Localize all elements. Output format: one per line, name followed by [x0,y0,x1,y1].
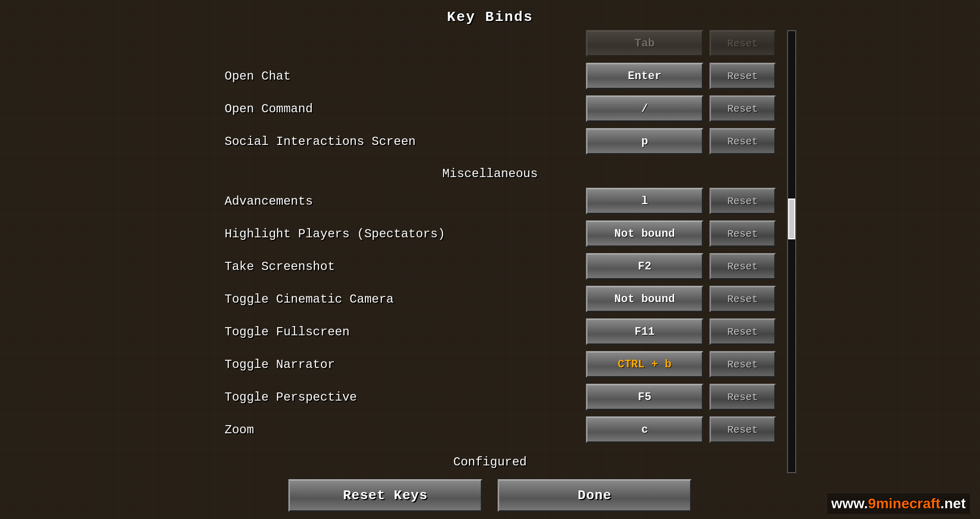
toggle-cinematic-label: Toggle Cinematic Camera [184,292,586,306]
row-open-command: Open Command / Reset [184,92,796,125]
zoom-key-button[interactable]: c [586,416,703,443]
watermark: www.9minecraft.net [827,493,970,514]
row-highlight-players: Highlight Players (Spectators) Not bound… [184,217,796,250]
page-title: Key Binds [447,9,533,25]
keybinds-list: Tab Reset Open Chat Enter Reset Open Com… [184,30,796,473]
open-chat-key-button[interactable]: Enter [586,63,703,89]
open-command-reset-button[interactable]: Reset [709,95,776,122]
social-interactions-reset-button[interactable]: Reset [709,128,776,155]
toggle-narrator-key-button[interactable]: CTRL + b [586,351,703,378]
take-screenshot-key-button[interactable]: F2 [586,253,703,280]
open-chat-label: Open Chat [184,69,586,83]
miscellaneous-section-header: Miscellaneous [184,158,796,185]
toggle-narrator-reset-button[interactable]: Reset [709,351,776,378]
toggle-narrator-label: Toggle Narrator [184,358,586,372]
row-take-screenshot: Take Screenshot F2 Reset [184,250,796,283]
toggle-perspective-key-button[interactable]: F5 [586,384,703,410]
watermark-text: www.9minecraft.net [831,496,966,511]
highlight-players-reset-button[interactable]: Reset [709,220,776,247]
row-advancements: Advancements l Reset [184,185,796,217]
bottom-bar: Reset Keys Done [184,473,796,519]
toggle-perspective-label: Toggle Perspective [184,390,586,404]
cutoff-reset-button[interactable]: Reset [709,30,776,57]
configured-header-text: Configured [453,455,527,469]
highlight-players-label: Highlight Players (Spectators) [184,227,586,241]
advancements-key-button[interactable]: l [586,188,703,214]
toggle-perspective-reset-button[interactable]: Reset [709,384,776,410]
toggle-fullscreen-label: Toggle Fullscreen [184,325,586,339]
row-social-interactions: Social Interactions Screen p Reset [184,125,796,158]
highlight-players-key-button[interactable]: Not bound [586,220,703,247]
miscellaneous-header-text: Miscellaneous [442,167,537,181]
toggle-fullscreen-key-button[interactable]: F11 [586,318,703,345]
advancements-reset-button[interactable]: Reset [709,188,776,214]
open-chat-reset-button[interactable]: Reset [709,63,776,89]
row-toggle-cinematic: Toggle Cinematic Camera Not bound Reset [184,283,796,315]
row-toggle-narrator: Toggle Narrator CTRL + b Reset [184,348,796,381]
toggle-cinematic-reset-button[interactable]: Reset [709,286,776,312]
cutoff-key-button[interactable]: Tab [586,30,703,57]
reset-keys-button[interactable]: Reset Keys [288,479,482,512]
open-command-label: Open Command [184,102,586,116]
configured-section-header: Configured [184,446,796,473]
take-screenshot-label: Take Screenshot [184,260,586,274]
cutoff-row: Tab Reset [184,30,796,60]
row-toggle-fullscreen: Toggle Fullscreen F11 Reset [184,315,796,348]
row-zoom: Zoom c Reset [184,413,796,446]
scrollbar-thumb[interactable] [788,199,795,239]
take-screenshot-reset-button[interactable]: Reset [709,253,776,280]
zoom-reset-button[interactable]: Reset [709,416,776,443]
scrollbar[interactable] [787,30,796,473]
toggle-cinematic-key-button[interactable]: Not bound [586,286,703,312]
advancements-label: Advancements [184,194,586,208]
zoom-label: Zoom [184,423,586,437]
row-open-chat: Open Chat Enter Reset [184,60,796,92]
done-button[interactable]: Done [498,479,692,512]
toggle-fullscreen-reset-button[interactable]: Reset [709,318,776,345]
open-command-key-button[interactable]: / [586,95,703,122]
social-interactions-key-button[interactable]: p [586,128,703,155]
row-toggle-perspective: Toggle Perspective F5 Reset [184,381,796,413]
keybinds-screen: Key Binds Tab Reset Open Chat Enter Rese… [0,0,980,519]
title-bar: Key Binds [0,0,980,30]
social-interactions-label: Social Interactions Screen [184,135,586,149]
